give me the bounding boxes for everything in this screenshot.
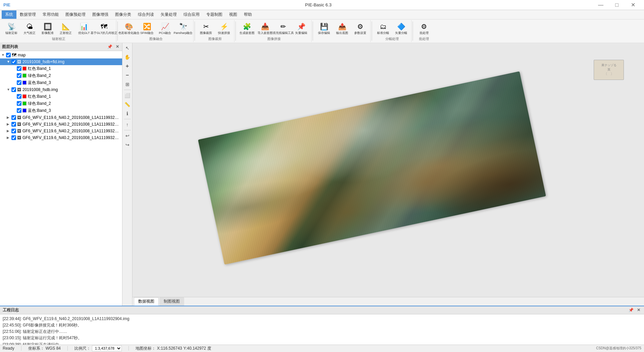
color-band-g2 (22, 101, 26, 105)
vt-zoomrect-button[interactable]: ⬜ (123, 91, 132, 100)
tree-item-band-r-1[interactable]: 红色:Band_1 (0, 65, 122, 72)
batch-label: 批处理 (420, 31, 429, 35)
menu-analysis[interactable]: 综合判读 (135, 10, 157, 19)
log-pin-icon[interactable]: 📌 (628, 307, 635, 313)
fillline-label: 填充线编辑工具 (273, 31, 294, 35)
mosaic-button[interactable]: 🧩 生成嵌套图 (238, 21, 256, 35)
vectoredit-button[interactable]: 📌 矢量编辑 (292, 21, 310, 35)
pca-button[interactable]: 📈 PCA融合 (156, 21, 174, 35)
layer6-img-icon: 🖼 (17, 135, 21, 140)
quickcut-button[interactable]: ⚡ 快速拼接 (215, 21, 233, 35)
checkbox-layer4[interactable] (11, 122, 16, 127)
menu-help[interactable]: 帮助 (240, 10, 255, 19)
save-button[interactable]: 💾 保存编辑 (315, 21, 333, 35)
log-line-0: [22:39:44]: GF6_WFV_E119.6_N40.2_2019100… (3, 316, 641, 322)
tree-item-layer4[interactable]: ▶ 🖼 GF6_WFV_E119.6_N40.2_20191008_L1A111… (0, 121, 122, 128)
menu-thematic[interactable]: 专题制图 (203, 10, 226, 19)
coord-value: WGS 84 (46, 346, 61, 351)
checkbox-map[interactable] (6, 53, 11, 57)
checkbox-band-r2[interactable] (17, 94, 21, 99)
map-coord-label: 地图坐标： (136, 346, 156, 351)
close-button[interactable]: ✕ (625, 0, 641, 10)
importmosaic-button[interactable]: 📥 导入嵌套图 (256, 21, 274, 35)
colornorm-button[interactable]: 🎨 色彩标准化融合 (120, 21, 138, 35)
mosaic-label: 生成嵌套图 (239, 31, 255, 35)
imgmatch-button[interactable]: 🔲 影像配准 (39, 21, 56, 35)
minimize-button[interactable]: — (593, 0, 608, 10)
menu-vector[interactable]: 矢量处理 (157, 10, 180, 19)
panel-pin-icon[interactable]: 📌 (106, 44, 113, 49)
segment-button[interactable]: 🔷 矢量分幅 (392, 21, 410, 35)
atmosfix-button[interactable]: 🌤 大气校正 (21, 21, 38, 35)
tab-layout-view[interactable]: 制图视图 (159, 297, 184, 306)
color-band-g1 (22, 74, 26, 78)
log-close-icon[interactable]: ✕ (636, 307, 641, 313)
param-button[interactable]: ⚙ 参数设置 (352, 21, 369, 35)
vt-fullextent-button[interactable]: ⊞ (123, 80, 132, 89)
checkbox-layer6[interactable] (11, 135, 16, 140)
status-div3 (128, 346, 129, 351)
menu-classify[interactable]: 图像分类 (112, 10, 135, 19)
menu-preprocess[interactable]: 图像预处理 (62, 10, 89, 19)
checkbox-layer2[interactable] (11, 87, 16, 92)
tree-item-band-r-2[interactable]: 红色:Band_1 (0, 93, 122, 100)
vt-north-button[interactable]: ↑ (123, 120, 132, 129)
layer3-img-icon: 🖼 (17, 115, 21, 120)
glt-button[interactable]: 📊 优化GLT (75, 21, 93, 35)
map-area[interactable]: 果テッゾる 英 〔 〕 数据视图 制图视图 (132, 43, 644, 306)
imgcut-button[interactable]: ✂ 图像裁剪 (197, 21, 215, 35)
tree-item-band-g-1[interactable]: 绿色:Band_2 (0, 72, 122, 79)
checkbox-layer3[interactable] (11, 115, 16, 120)
checkbox-layer5[interactable] (11, 129, 16, 133)
radiocal-button[interactable]: 📡 辐射定标 (3, 21, 20, 35)
export-button[interactable]: 📤 输出底图 (333, 21, 351, 35)
scale-select[interactable]: 1:3,437,678 (92, 345, 122, 351)
vt-zoomout-button[interactable]: − (123, 71, 132, 80)
labelpart-button[interactable]: 🗂 标准分幅 (374, 21, 392, 35)
tree-item-band-g-2[interactable]: 绿色:Band_2 (0, 100, 122, 107)
vt-zoomin-button[interactable]: + (123, 62, 132, 71)
atmosfix-icon: 🌤 (25, 22, 34, 31)
tree-item-map-root[interactable]: ▼ 🗺 map (0, 52, 122, 58)
checkbox-band-r1[interactable] (17, 66, 21, 71)
checkbox-band-g2[interactable] (17, 101, 21, 106)
status-div2 (67, 346, 68, 351)
tree-item-band-b-1[interactable]: 蓝色:Band_3 (0, 79, 122, 86)
menu-enhance[interactable]: 图像增强 (89, 10, 112, 19)
tree-item-layer2[interactable]: ▼ 🖼 20191008_fsdb.img (0, 86, 122, 93)
tree-item-layer1[interactable]: ▼ 🖼 20191008_fsdb+fld.img (0, 58, 122, 65)
checkbox-band-b1[interactable] (17, 80, 21, 85)
vt-ruler-button[interactable]: 📏 (123, 100, 132, 109)
vt-identify-button[interactable]: ℹ (123, 109, 132, 118)
tree-item-layer3[interactable]: ▶ 🖼 GF6_WFV_E119.6_N40.2_20191008_L1A111… (0, 114, 122, 121)
panel-close-icon[interactable]: ✕ (115, 44, 120, 49)
tab-data-view[interactable]: 数据视图 (134, 297, 159, 306)
ortho-button[interactable]: 📐 正射校正 (57, 21, 74, 35)
param-icon: ⚙ (356, 22, 365, 31)
tree-item-band-b-2[interactable]: 蓝色:Band_3 (0, 107, 122, 114)
pansharp-button[interactable]: 🔭 Pansharp融合 (174, 21, 192, 35)
polyglt-button[interactable]: 🗺 基于GLT的几何校正 (93, 21, 115, 35)
menu-composite[interactable]: 综合应用 (180, 10, 203, 19)
batch-button[interactable]: ⚙ 批处理 (415, 21, 433, 35)
tree-item-layer6[interactable]: ▶ 🖼 GF6_WFV_E119.6_N40.2_20191008_L1A111… (0, 134, 122, 141)
checkbox-layer1[interactable] (11, 59, 16, 64)
vt-pan-button[interactable]: ✋ (123, 53, 132, 61)
vt-select-button[interactable]: ↖ (123, 44, 132, 52)
tree-label-layer5: GF6_WFV_E119.6_N40.2_20191008_L1A1119932… (22, 129, 121, 133)
checkbox-band-g1[interactable] (17, 73, 21, 78)
radiocal-icon: 📡 (7, 22, 16, 31)
importmosaic-icon: 📥 (260, 22, 270, 31)
maximize-button[interactable]: □ (609, 0, 625, 10)
menu-view[interactable]: 视图 (226, 10, 240, 19)
sfim-button[interactable]: 🔀 SFIM融合 (138, 21, 156, 35)
fillline-button[interactable]: ✏ 填充线编辑工具 (274, 21, 292, 35)
log-line-1: [22:45:50]: GF6影像拼接完成！耗时366秒。 (3, 322, 641, 328)
menu-common[interactable]: 常用功能 (39, 10, 62, 19)
menu-system[interactable]: 系统 (2, 10, 16, 19)
vt-redo-button[interactable]: ↪ (123, 140, 132, 149)
menu-datamanage[interactable]: 数据管理 (16, 10, 39, 19)
tree-item-layer5[interactable]: ▶ 🖼 GF6_WFV_E119.6_N40.2_20191008_L1A111… (0, 128, 122, 134)
checkbox-band-b2[interactable] (17, 108, 21, 113)
vt-undo-button[interactable]: ↩ (123, 131, 132, 140)
